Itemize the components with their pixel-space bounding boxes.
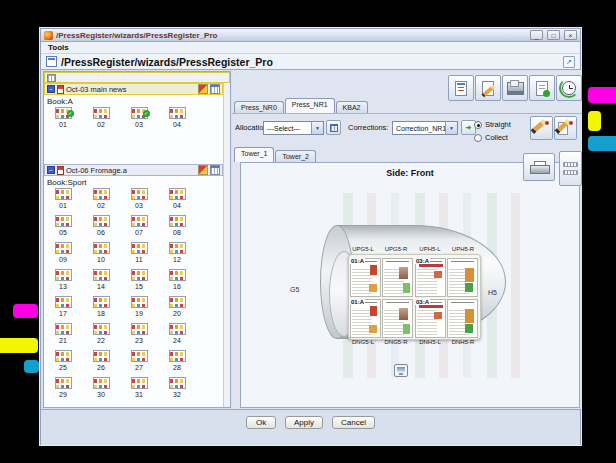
page-thumbnail-icon[interactable] — [55, 377, 72, 389]
page-thumbnail-icon[interactable] — [131, 296, 148, 308]
page-thumbnail-icon[interactable] — [55, 296, 72, 308]
allocation-select[interactable]: ---Select--- ▼ — [263, 121, 324, 135]
press-setup-button[interactable] — [502, 75, 528, 101]
color-edit-icon[interactable] — [198, 84, 208, 94]
page-thumbnail-icon[interactable] — [93, 107, 110, 119]
page-thumbnail-icon[interactable] — [55, 323, 72, 335]
page-thumbnail-icon[interactable] — [93, 296, 110, 308]
apply-button[interactable]: Apply — [285, 416, 323, 429]
page-item[interactable]: 22 — [82, 323, 120, 350]
page-thumbnail-icon[interactable] — [169, 296, 186, 308]
page-thumbnail-icon[interactable] — [131, 350, 148, 362]
layout-icon[interactable] — [210, 165, 220, 175]
page-thumbnail-icon[interactable] — [169, 215, 186, 227]
export-icon[interactable]: ↗ — [563, 56, 575, 68]
group-header[interactable]: −Oct-03 main news — [44, 83, 223, 95]
counter-button[interactable] — [559, 151, 582, 186]
page-item[interactable]: 28 — [158, 350, 196, 377]
newspaper-page-thumbnail[interactable] — [447, 299, 478, 338]
page-thumbnail-icon[interactable] — [131, 242, 148, 254]
edit-report-button[interactable] — [475, 75, 501, 101]
page-item[interactable]: 21 — [44, 323, 82, 350]
close-icon[interactable]: × — [564, 30, 577, 40]
history-button[interactable] — [556, 75, 582, 101]
page-item[interactable]: 24 — [158, 323, 196, 350]
newspaper-page-thumbnail[interactable] — [382, 299, 413, 338]
page-thumbnail-icon[interactable] — [169, 188, 186, 200]
newspaper-page-thumbnail[interactable] — [382, 258, 413, 297]
page-item[interactable]: 15 — [120, 269, 158, 296]
page-thumbnail-icon[interactable] — [93, 323, 110, 335]
edit-marks-button[interactable] — [530, 116, 553, 140]
page-thumbnail-icon[interactable] — [55, 215, 72, 227]
page-item[interactable]: 05 — [44, 215, 82, 242]
cancel-button[interactable]: Cancel — [332, 416, 375, 429]
page-thumbnail-icon[interactable] — [93, 269, 110, 281]
ok-button[interactable]: Ok — [246, 416, 276, 429]
maximize-icon[interactable]: □ — [547, 30, 560, 40]
layout-icon[interactable] — [210, 84, 220, 94]
page-item[interactable]: 31 — [120, 377, 158, 404]
page-item[interactable]: ✓03 — [120, 107, 158, 134]
page-thumbnail-icon[interactable] — [55, 350, 72, 362]
page-item[interactable]: 10 — [82, 242, 120, 269]
group-header[interactable]: −Oct-06 Fromage.a — [44, 164, 223, 176]
page-item[interactable]: 13 — [44, 269, 82, 296]
tab-tower-tower_1[interactable]: Tower_1 — [234, 147, 274, 162]
page-thumbnail-icon[interactable] — [93, 188, 110, 200]
page-thumbnail-icon[interactable] — [169, 323, 186, 335]
corrections-select[interactable]: Correction_NR1 ▼ — [392, 121, 458, 135]
page-item[interactable]: 02 — [82, 107, 120, 134]
print-button[interactable] — [523, 153, 555, 181]
newspaper-page-thumbnail[interactable] — [447, 258, 478, 297]
preview-button[interactable] — [394, 364, 408, 377]
report-button[interactable] — [448, 75, 474, 101]
page-thumbnail-icon[interactable] — [131, 269, 148, 281]
page-item[interactable]: 14 — [82, 269, 120, 296]
page-item[interactable]: 04 — [158, 107, 196, 134]
radio-icon[interactable] — [474, 134, 482, 142]
page-thumbnail-icon[interactable] — [169, 377, 186, 389]
page-thumbnail-icon[interactable] — [131, 215, 148, 227]
page-thumbnail-icon[interactable] — [169, 242, 186, 254]
collapse-icon[interactable]: − — [47, 166, 55, 174]
page-item[interactable]: 06 — [82, 215, 120, 242]
page-item[interactable]: 32 — [158, 377, 196, 404]
pages-grid-icon[interactable] — [47, 74, 56, 82]
page-thumbnail-icon[interactable] — [169, 350, 186, 362]
page-item[interactable]: 01 — [44, 188, 82, 215]
page-item[interactable]: 11 — [120, 242, 158, 269]
run-mode-option-straight[interactable]: Straight — [474, 118, 511, 131]
page-item[interactable]: 12 — [158, 242, 196, 269]
page-thumbnail-icon[interactable] — [169, 269, 186, 281]
page-thumbnail-icon[interactable] — [55, 188, 72, 200]
window-titlebar[interactable]: /PressRegister/wizards/PressRegister_Pro… — [41, 29, 580, 42]
page-thumbnail-icon[interactable] — [131, 377, 148, 389]
radio-icon[interactable] — [474, 121, 482, 129]
page-item[interactable]: 09 — [44, 242, 82, 269]
page-thumbnail-icon[interactable]: ✓ — [131, 107, 148, 119]
page-item[interactable]: 16 — [158, 269, 196, 296]
page-item[interactable]: 04 — [158, 188, 196, 215]
page-thumbnail-icon[interactable] — [93, 215, 110, 227]
page-item[interactable]: 08 — [158, 215, 196, 242]
menu-tools[interactable]: Tools — [48, 43, 69, 52]
page-thumbnail-icon[interactable] — [93, 350, 110, 362]
allocation-edit-button[interactable] — [326, 120, 341, 135]
page-thumbnail-icon[interactable] — [93, 377, 110, 389]
page-item[interactable]: ✓01 — [44, 107, 82, 134]
page-thumbnail-icon[interactable]: ✓ — [55, 107, 72, 119]
chevron-down-icon[interactable]: ▼ — [445, 122, 457, 134]
page-thumbnail-icon[interactable] — [55, 242, 72, 254]
page-item[interactable]: 20 — [158, 296, 196, 323]
page-item[interactable]: 17 — [44, 296, 82, 323]
page-item[interactable]: 25 — [44, 350, 82, 377]
color-edit-icon[interactable] — [198, 165, 208, 175]
page-item[interactable]: 07 — [120, 215, 158, 242]
tab-press-press_nr0[interactable]: Press_NR0 — [234, 101, 284, 113]
page-item[interactable]: 29 — [44, 377, 82, 404]
page-item[interactable]: 23 — [120, 323, 158, 350]
publications-scrollbar[interactable] — [223, 83, 230, 407]
page-thumbnail-icon[interactable] — [131, 323, 148, 335]
proof-button[interactable] — [529, 75, 555, 101]
